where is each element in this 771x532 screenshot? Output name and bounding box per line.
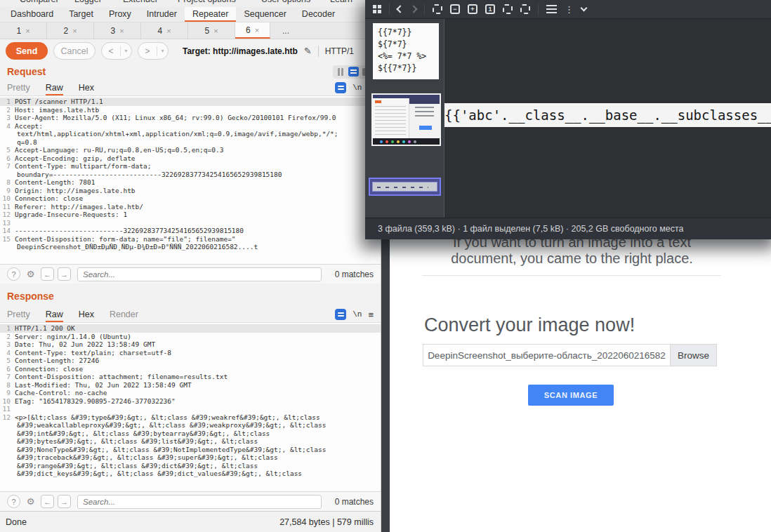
code-line: 10Connection: close bbox=[0, 194, 381, 203]
http-version-selector[interactable]: HTTP/1 bbox=[325, 46, 354, 56]
cancel-button[interactable]: Cancel bbox=[53, 42, 95, 60]
history-forward-button[interactable]: > ▾ bbox=[138, 42, 169, 60]
close-icon[interactable]: × bbox=[25, 27, 29, 35]
response-tab-hex[interactable]: Hex bbox=[79, 310, 94, 322]
send-button[interactable]: Send bbox=[6, 42, 48, 60]
code-line: &#39;range&#39;&gt;, &lt;class &#39;dict… bbox=[0, 462, 381, 470]
request-editor[interactable]: 1POST /scanner HTTP/1.12Host: images.lat… bbox=[0, 96, 381, 264]
thumbnail-desktop-screenshot[interactable] bbox=[371, 93, 441, 146]
tab-sequencer[interactable]: Sequencer bbox=[236, 7, 294, 22]
back-icon[interactable] bbox=[396, 5, 404, 13]
tab-dashboard[interactable]: Dashboard bbox=[3, 7, 61, 22]
thumb-text-line: <%= 7*7 %> bbox=[378, 51, 426, 61]
forward-arrow-icon: > bbox=[138, 46, 157, 56]
code-line: 3User-Agent: Mozilla/5.0 (X11; Linux x86… bbox=[0, 114, 381, 122]
repeater-request-tabs: 1× 2× 3× 4× 5× 6× ... bbox=[0, 22, 381, 39]
response-panel: Response Pretty Raw Hex Render \n ≡ 1HTT… bbox=[0, 284, 381, 511]
fit-window-icon[interactable] bbox=[433, 4, 442, 14]
code-line: 8Last-Modified: Thu, 02 Jun 2022 13:58:4… bbox=[0, 381, 381, 390]
response-search-input[interactable] bbox=[77, 495, 322, 509]
chevron-down-icon[interactable]: ▾ bbox=[157, 48, 168, 54]
burp-module-tabs: Dashboard Target Proxy Intruder Repeater… bbox=[0, 7, 381, 22]
repeater-tab-2[interactable]: 2× bbox=[47, 22, 94, 39]
next-match-button[interactable]: → bbox=[58, 495, 71, 508]
scan-image-button[interactable]: SCAN IMAGE bbox=[528, 385, 614, 406]
tab-user-options[interactable]: User options bbox=[261, 0, 310, 4]
next-match-button[interactable]: → bbox=[58, 267, 71, 281]
gear-icon[interactable]: ⚙ bbox=[24, 267, 37, 281]
response-tab-raw[interactable]: Raw bbox=[46, 310, 63, 322]
response-editor[interactable]: 1HTTP/1.1 200 OK2Server: nginx/1.14.0 (U… bbox=[0, 323, 381, 491]
close-icon[interactable]: × bbox=[213, 27, 218, 35]
divider bbox=[538, 4, 539, 15]
divider bbox=[318, 46, 319, 57]
folder-view-icon[interactable] bbox=[373, 5, 381, 13]
response-tab-pretty[interactable]: Pretty bbox=[7, 310, 30, 322]
viewer-status-bar: 3 файла (359,3 kB) · 1 файл выделен (7,5… bbox=[365, 218, 771, 239]
list-view-icon[interactable] bbox=[546, 5, 557, 13]
forward-icon[interactable] bbox=[409, 5, 417, 13]
request-tab-raw[interactable]: Raw bbox=[46, 83, 63, 95]
repeater-tab-5[interactable]: 5× bbox=[188, 22, 235, 39]
repeater-tab-3[interactable]: 3× bbox=[94, 22, 141, 39]
help-icon[interactable]: ? bbox=[7, 267, 20, 281]
prev-match-button[interactable]: ← bbox=[41, 267, 54, 281]
menu-icon[interactable]: ≡ bbox=[368, 310, 374, 320]
tab-logger[interactable]: Logger bbox=[74, 0, 102, 4]
thumbnail-ssti-payloads[interactable]: {{7*7}} ${7*7} <%= 7*7 %> ${{7*7}} bbox=[373, 23, 439, 79]
newline-toggle-icon[interactable]: \n bbox=[352, 84, 362, 92]
close-icon[interactable]: × bbox=[166, 27, 171, 35]
zoom-in-icon[interactable]: + bbox=[468, 4, 477, 14]
repeater-tab-6-active[interactable]: 6× bbox=[235, 22, 270, 39]
edit-pencil-icon[interactable]: ✎ bbox=[304, 46, 312, 56]
prev-match-button[interactable]: ← bbox=[41, 495, 54, 508]
image-viewer-window: − + 1 ⋮ {{7*7}} ${7*7} <%= 7*7 %> ${{7*7… bbox=[365, 0, 771, 239]
repeater-tab-1[interactable]: 1× bbox=[0, 22, 47, 39]
tab-proxy[interactable]: Proxy bbox=[101, 7, 139, 22]
tab-comparer[interactable]: Comparer bbox=[20, 0, 59, 4]
thumb-text-line: ${7*7} bbox=[378, 39, 407, 49]
browse-button[interactable]: Browse bbox=[670, 345, 716, 366]
help-icon[interactable]: ? bbox=[7, 495, 20, 508]
request-tab-hex[interactable]: Hex bbox=[79, 83, 94, 95]
tab-number: 5 bbox=[204, 26, 209, 36]
repeater-tab-4[interactable]: 4× bbox=[141, 22, 188, 39]
zoom-original-icon[interactable]: 1 bbox=[485, 4, 495, 14]
highlight-icon[interactable] bbox=[335, 309, 346, 320]
tab-project-options[interactable]: Project options bbox=[178, 0, 236, 4]
close-icon[interactable]: × bbox=[72, 27, 77, 35]
code-line: 4Content-Type: text/plain; charset=utf-8 bbox=[0, 349, 381, 357]
code-line: 13 bbox=[0, 219, 381, 227]
tab-decoder[interactable]: Decoder bbox=[294, 7, 343, 22]
tab-intruder[interactable]: Intruder bbox=[139, 7, 185, 22]
request-search-input[interactable] bbox=[77, 267, 322, 281]
chevron-down-icon[interactable]: ▾ bbox=[121, 48, 131, 54]
code-line: 15Content-Disposition: form-data; name="… bbox=[0, 235, 381, 244]
newline-toggle-icon[interactable]: \n bbox=[352, 310, 362, 319]
response-tab-render[interactable]: Render bbox=[110, 310, 138, 322]
thumbnail-selected-payload[interactable] bbox=[369, 178, 441, 196]
viewer-canvas[interactable]: {{'abc'.__class__.__base__.__subclasses_… bbox=[444, 19, 771, 218]
chevron-down-icon[interactable] bbox=[581, 5, 588, 12]
fit-width-icon[interactable] bbox=[503, 4, 513, 14]
request-tab-pretty[interactable]: Pretty bbox=[7, 83, 30, 95]
tab-extender[interactable]: Extender bbox=[123, 0, 158, 4]
repeater-tab-overflow[interactable]: ... bbox=[270, 22, 301, 39]
gear-icon[interactable]: ⚙ bbox=[24, 495, 37, 508]
history-back-button[interactable]: < ▾ bbox=[101, 42, 132, 60]
columns-layout-icon[interactable] bbox=[336, 68, 345, 76]
close-icon[interactable]: × bbox=[119, 27, 124, 35]
tab-learn[interactable]: Learn bbox=[330, 0, 352, 4]
tab-number: 6 bbox=[246, 25, 251, 35]
tab-target[interactable]: Target bbox=[61, 7, 101, 22]
code-line: 9Cache-Control: no-cache bbox=[0, 389, 381, 397]
file-upload-field[interactable]: DeepinScreenshot_выберите-область_202206… bbox=[423, 344, 717, 366]
code-line: 11 bbox=[0, 405, 381, 413]
tab-repeater[interactable]: Repeater bbox=[185, 7, 236, 22]
highlight-icon[interactable] bbox=[335, 82, 346, 93]
fullscreen-icon[interactable] bbox=[520, 4, 530, 14]
close-icon[interactable]: × bbox=[255, 26, 259, 34]
kebab-menu-icon[interactable]: ⋮ bbox=[565, 5, 574, 14]
rows-layout-icon[interactable] bbox=[348, 67, 359, 77]
zoom-out-icon[interactable]: − bbox=[450, 4, 460, 14]
